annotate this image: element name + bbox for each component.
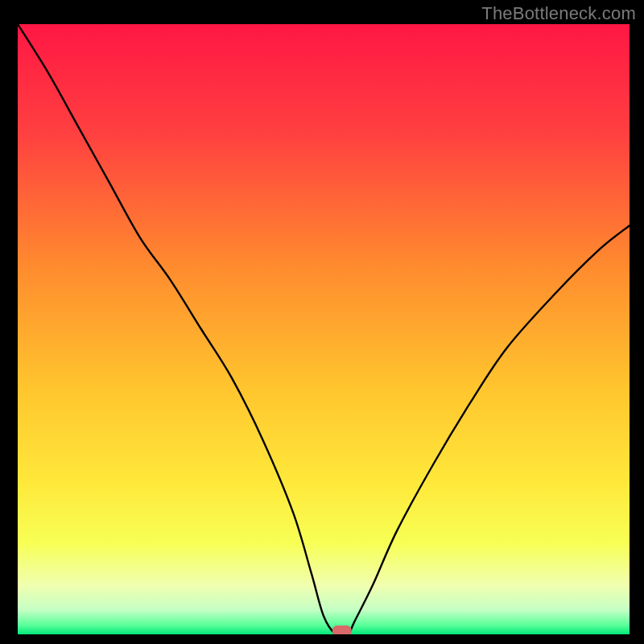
watermark-text: TheBottleneck.com — [481, 3, 636, 24]
gradient-background — [18, 24, 630, 634]
optimal-point-marker — [332, 625, 352, 634]
chart-frame: TheBottleneck.com — [0, 0, 644, 644]
plot-area — [18, 24, 630, 634]
bottleneck-chart-svg — [18, 24, 630, 634]
